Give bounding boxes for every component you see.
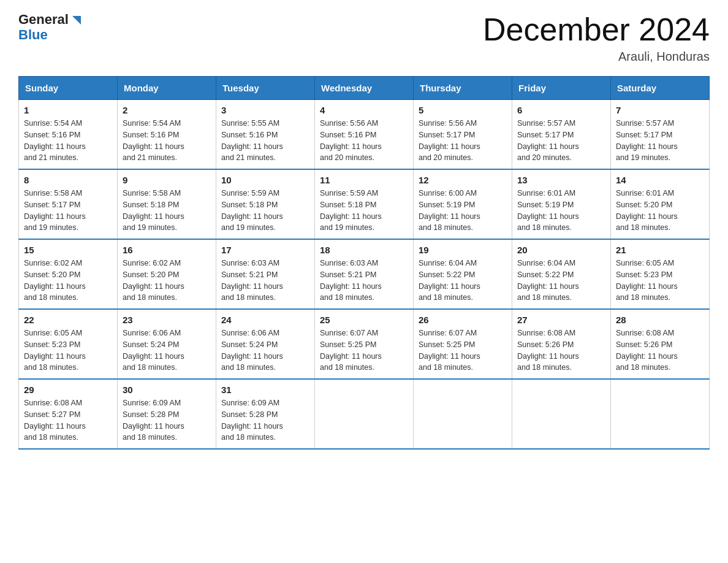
day-number: 13 bbox=[517, 175, 605, 185]
location: Arauli, Honduras bbox=[483, 50, 710, 64]
week-row-2: 8Sunrise: 5:58 AMSunset: 5:17 PMDaylight… bbox=[19, 169, 710, 239]
day-number: 16 bbox=[123, 245, 211, 255]
calendar-cell: 13Sunrise: 6:01 AMSunset: 5:19 PMDayligh… bbox=[512, 169, 611, 239]
logo-blue: Blue bbox=[18, 27, 48, 42]
calendar-cell: 18Sunrise: 6:03 AMSunset: 5:21 PMDayligh… bbox=[315, 239, 414, 309]
calendar-cell: 7Sunrise: 5:57 AMSunset: 5:17 PMDaylight… bbox=[611, 100, 710, 170]
calendar-cell: 16Sunrise: 6:02 AMSunset: 5:20 PMDayligh… bbox=[118, 239, 216, 309]
calendar-cell: 12Sunrise: 6:00 AMSunset: 5:19 PMDayligh… bbox=[414, 169, 512, 239]
day-info: Sunrise: 5:54 AMSunset: 5:16 PMDaylight:… bbox=[24, 118, 112, 164]
calendar-cell bbox=[611, 379, 710, 449]
calendar-cell: 30Sunrise: 6:09 AMSunset: 5:28 PMDayligh… bbox=[118, 379, 216, 449]
day-info: Sunrise: 5:56 AMSunset: 5:17 PMDaylight:… bbox=[419, 118, 507, 164]
day-info: Sunrise: 6:09 AMSunset: 5:28 PMDaylight:… bbox=[221, 397, 309, 443]
day-info: Sunrise: 6:08 AMSunset: 5:26 PMDaylight:… bbox=[616, 327, 704, 373]
day-info: Sunrise: 6:06 AMSunset: 5:24 PMDaylight:… bbox=[221, 327, 309, 373]
day-number: 23 bbox=[123, 315, 211, 325]
calendar-cell: 14Sunrise: 6:01 AMSunset: 5:20 PMDayligh… bbox=[611, 169, 710, 239]
day-number: 4 bbox=[320, 105, 408, 115]
day-info: Sunrise: 6:05 AMSunset: 5:23 PMDaylight:… bbox=[24, 327, 112, 373]
day-number: 15 bbox=[24, 245, 112, 255]
page-header: General Blue December 2024 Arauli, Hondu… bbox=[18, 12, 710, 64]
day-info: Sunrise: 6:06 AMSunset: 5:24 PMDaylight:… bbox=[123, 327, 211, 373]
day-number: 17 bbox=[221, 245, 309, 255]
logo: General Blue bbox=[18, 12, 83, 43]
day-info: Sunrise: 6:07 AMSunset: 5:25 PMDaylight:… bbox=[320, 327, 408, 373]
calendar-cell: 6Sunrise: 5:57 AMSunset: 5:17 PMDaylight… bbox=[512, 100, 611, 170]
logo-triangle-icon bbox=[70, 13, 83, 27]
day-number: 26 bbox=[419, 315, 507, 325]
week-row-3: 15Sunrise: 6:02 AMSunset: 5:20 PMDayligh… bbox=[19, 239, 710, 309]
day-info: Sunrise: 6:03 AMSunset: 5:21 PMDaylight:… bbox=[221, 258, 309, 304]
day-info: Sunrise: 5:56 AMSunset: 5:16 PMDaylight:… bbox=[320, 118, 408, 164]
calendar-cell bbox=[315, 379, 414, 449]
header-sunday: Sunday bbox=[19, 77, 118, 100]
calendar-cell: 1Sunrise: 5:54 AMSunset: 5:16 PMDaylight… bbox=[19, 100, 118, 170]
calendar-cell: 27Sunrise: 6:08 AMSunset: 5:26 PMDayligh… bbox=[512, 309, 611, 379]
svg-marker-0 bbox=[72, 16, 81, 25]
header-monday: Monday bbox=[118, 77, 216, 100]
calendar-cell: 26Sunrise: 6:07 AMSunset: 5:25 PMDayligh… bbox=[414, 309, 512, 379]
calendar-cell: 5Sunrise: 5:56 AMSunset: 5:17 PMDaylight… bbox=[414, 100, 512, 170]
day-number: 19 bbox=[419, 245, 507, 255]
calendar-cell: 4Sunrise: 5:56 AMSunset: 5:16 PMDaylight… bbox=[315, 100, 414, 170]
calendar-cell: 23Sunrise: 6:06 AMSunset: 5:24 PMDayligh… bbox=[118, 309, 216, 379]
header-wednesday: Wednesday bbox=[315, 77, 414, 100]
day-info: Sunrise: 6:09 AMSunset: 5:28 PMDaylight:… bbox=[123, 397, 211, 443]
calendar-header-row: SundayMondayTuesdayWednesdayThursdayFrid… bbox=[19, 77, 710, 100]
day-number: 24 bbox=[221, 315, 309, 325]
day-number: 12 bbox=[419, 175, 507, 185]
day-number: 20 bbox=[517, 245, 605, 255]
calendar-cell: 3Sunrise: 5:55 AMSunset: 5:16 PMDaylight… bbox=[216, 100, 315, 170]
day-number: 28 bbox=[616, 315, 704, 325]
calendar-cell: 11Sunrise: 5:59 AMSunset: 5:18 PMDayligh… bbox=[315, 169, 414, 239]
day-info: Sunrise: 6:04 AMSunset: 5:22 PMDaylight:… bbox=[419, 258, 507, 304]
day-number: 25 bbox=[320, 315, 408, 325]
header-tuesday: Tuesday bbox=[216, 77, 315, 100]
day-number: 30 bbox=[123, 385, 211, 395]
week-row-1: 1Sunrise: 5:54 AMSunset: 5:16 PMDaylight… bbox=[19, 100, 710, 170]
day-info: Sunrise: 6:01 AMSunset: 5:20 PMDaylight:… bbox=[616, 188, 704, 234]
day-number: 7 bbox=[616, 105, 704, 115]
day-number: 10 bbox=[221, 175, 309, 185]
day-info: Sunrise: 6:04 AMSunset: 5:22 PMDaylight:… bbox=[517, 258, 605, 304]
day-info: Sunrise: 6:01 AMSunset: 5:19 PMDaylight:… bbox=[517, 188, 605, 234]
header-thursday: Thursday bbox=[414, 77, 512, 100]
day-info: Sunrise: 6:03 AMSunset: 5:21 PMDaylight:… bbox=[320, 258, 408, 304]
day-number: 27 bbox=[517, 315, 605, 325]
day-info: Sunrise: 5:58 AMSunset: 5:18 PMDaylight:… bbox=[123, 188, 211, 234]
day-info: Sunrise: 5:59 AMSunset: 5:18 PMDaylight:… bbox=[221, 188, 309, 234]
day-number: 3 bbox=[221, 105, 309, 115]
month-title: December 2024 bbox=[483, 12, 710, 47]
calendar-cell: 8Sunrise: 5:58 AMSunset: 5:17 PMDaylight… bbox=[19, 169, 118, 239]
day-info: Sunrise: 5:57 AMSunset: 5:17 PMDaylight:… bbox=[616, 118, 704, 164]
calendar-cell: 10Sunrise: 5:59 AMSunset: 5:18 PMDayligh… bbox=[216, 169, 315, 239]
calendar-cell bbox=[414, 379, 512, 449]
calendar-cell: 25Sunrise: 6:07 AMSunset: 5:25 PMDayligh… bbox=[315, 309, 414, 379]
calendar-cell: 31Sunrise: 6:09 AMSunset: 5:28 PMDayligh… bbox=[216, 379, 315, 449]
day-info: Sunrise: 6:08 AMSunset: 5:26 PMDaylight:… bbox=[517, 327, 605, 373]
day-info: Sunrise: 5:59 AMSunset: 5:18 PMDaylight:… bbox=[320, 188, 408, 234]
day-info: Sunrise: 6:00 AMSunset: 5:19 PMDaylight:… bbox=[419, 188, 507, 234]
calendar-cell: 19Sunrise: 6:04 AMSunset: 5:22 PMDayligh… bbox=[414, 239, 512, 309]
day-number: 8 bbox=[24, 175, 112, 185]
week-row-4: 22Sunrise: 6:05 AMSunset: 5:23 PMDayligh… bbox=[19, 309, 710, 379]
day-number: 6 bbox=[517, 105, 605, 115]
day-number: 1 bbox=[24, 105, 112, 115]
day-number: 9 bbox=[123, 175, 211, 185]
week-row-5: 29Sunrise: 6:08 AMSunset: 5:27 PMDayligh… bbox=[19, 379, 710, 449]
day-number: 22 bbox=[24, 315, 112, 325]
day-number: 21 bbox=[616, 245, 704, 255]
day-info: Sunrise: 5:57 AMSunset: 5:17 PMDaylight:… bbox=[517, 118, 605, 164]
day-number: 5 bbox=[419, 105, 507, 115]
calendar-cell: 2Sunrise: 5:54 AMSunset: 5:16 PMDaylight… bbox=[118, 100, 216, 170]
calendar-cell bbox=[512, 379, 611, 449]
day-info: Sunrise: 6:02 AMSunset: 5:20 PMDaylight:… bbox=[24, 258, 112, 304]
calendar-cell: 24Sunrise: 6:06 AMSunset: 5:24 PMDayligh… bbox=[216, 309, 315, 379]
day-info: Sunrise: 6:05 AMSunset: 5:23 PMDaylight:… bbox=[616, 258, 704, 304]
day-info: Sunrise: 5:58 AMSunset: 5:17 PMDaylight:… bbox=[24, 188, 112, 234]
calendar-cell: 17Sunrise: 6:03 AMSunset: 5:21 PMDayligh… bbox=[216, 239, 315, 309]
calendar-cell: 15Sunrise: 6:02 AMSunset: 5:20 PMDayligh… bbox=[19, 239, 118, 309]
calendar-cell: 28Sunrise: 6:08 AMSunset: 5:26 PMDayligh… bbox=[611, 309, 710, 379]
header-friday: Friday bbox=[512, 77, 611, 100]
